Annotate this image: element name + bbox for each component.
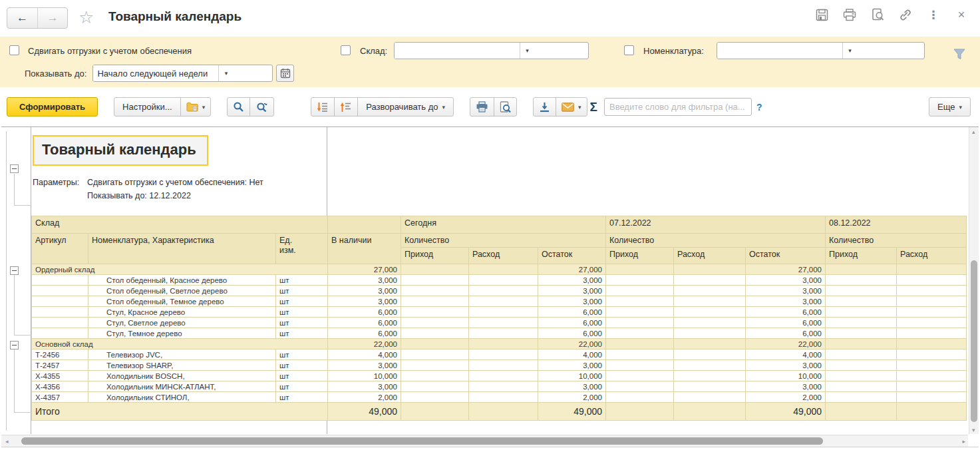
cell-unit[interactable]: шт (276, 381, 328, 392)
forward-button[interactable]: → (37, 8, 67, 28)
cell-value[interactable] (826, 360, 897, 371)
cell-value[interactable] (826, 318, 897, 328)
cell-value[interactable] (606, 264, 674, 275)
cell-value[interactable]: 27,000 (538, 264, 606, 275)
cell-in-stock[interactable]: 3,000 (328, 286, 401, 296)
cell-in-stock[interactable]: 3,000 (328, 275, 401, 286)
warehouse-dropdown-icon[interactable]: ▾ (520, 43, 534, 59)
cell-nomenclature[interactable]: Стул, Светлое дерево (88, 318, 276, 328)
cell-value[interactable]: 3,000 (746, 360, 826, 371)
cell-in-stock[interactable]: 6,000 (328, 328, 401, 339)
cell-value[interactable]: 3,000 (538, 286, 606, 296)
cell-value[interactable] (674, 286, 746, 296)
save-file-button[interactable] (533, 97, 556, 116)
cell-value[interactable] (469, 318, 538, 328)
cell-value[interactable] (606, 296, 674, 307)
cell-value[interactable] (674, 264, 746, 275)
cell-value[interactable]: 6,000 (746, 307, 826, 318)
cell-value[interactable] (469, 350, 538, 360)
cell-value[interactable] (674, 360, 746, 371)
cell-value[interactable] (469, 296, 538, 307)
cell-in-stock[interactable]: 3,000 (328, 360, 401, 371)
vertical-scroll-thumb[interactable] (971, 260, 977, 422)
cell-value[interactable]: 3,000 (746, 381, 826, 392)
cell-value[interactable] (606, 318, 674, 328)
cell-value[interactable] (897, 360, 967, 371)
shift-shipments-checkbox[interactable] (9, 45, 19, 55)
cell-nomenclature[interactable]: Стол обеденный, Светлое дерево (88, 286, 276, 296)
nomenclature-input[interactable] (717, 43, 842, 59)
cell-value[interactable] (401, 296, 469, 307)
report-variants-button[interactable]: ▾ (180, 97, 212, 116)
warehouse-checkbox[interactable] (341, 45, 351, 55)
cell-value[interactable] (826, 392, 897, 403)
cell-value[interactable] (674, 307, 746, 318)
back-button[interactable]: ← (7, 8, 37, 28)
cell-value[interactable] (897, 350, 967, 360)
print-report-button[interactable] (470, 97, 494, 116)
cell-article[interactable] (32, 318, 88, 328)
scroll-up-icon[interactable]: ▴ (972, 128, 975, 135)
close-icon[interactable]: × (955, 8, 968, 21)
print-preview-button[interactable] (494, 97, 517, 116)
cell-value[interactable] (897, 339, 967, 350)
cell-value[interactable] (469, 264, 538, 275)
cell-nomenclature[interactable]: Холодильник СТИНОЛ, (88, 392, 276, 403)
cell-in-stock[interactable]: 6,000 (328, 318, 401, 328)
cell-unit[interactable]: шт (276, 360, 328, 371)
cell-nomenclature[interactable]: Холодильник МИНСК-АТЛАНТ, (88, 381, 276, 392)
cell-value[interactable] (897, 307, 967, 318)
cell-value[interactable] (469, 371, 538, 381)
cell-value[interactable]: 6,000 (538, 318, 606, 328)
cell-value[interactable]: 10,000 (538, 371, 606, 381)
cell-value[interactable] (826, 286, 897, 296)
cell-value[interactable]: 2,000 (538, 392, 606, 403)
settings-button[interactable]: Настройки... (114, 97, 181, 116)
cell-unit[interactable]: шт (276, 392, 328, 403)
cell-total-in-stock[interactable]: 49,000 (328, 403, 401, 421)
cell-value[interactable] (469, 275, 538, 286)
cell-value[interactable] (674, 296, 746, 307)
help-icon[interactable]: ? (756, 102, 762, 113)
cell-value[interactable] (606, 360, 674, 371)
cell-value[interactable] (401, 318, 469, 328)
expand-groups-button[interactable] (311, 97, 335, 116)
cell-article[interactable]: Х-4357 (32, 392, 88, 403)
cell-in-stock[interactable]: 27,000 (328, 264, 401, 275)
cell-value[interactable] (606, 371, 674, 381)
cell-in-stock[interactable]: 3,000 (328, 381, 401, 392)
nomenclature-dropdown-icon[interactable]: ▾ (842, 43, 857, 59)
cell-group-name[interactable]: Основной склад (32, 339, 328, 350)
cell-in-stock[interactable]: 6,000 (328, 307, 401, 318)
cell-value[interactable] (897, 286, 967, 296)
scroll-right-icon[interactable]: ▸ (962, 438, 965, 445)
cell-unit[interactable]: шт (276, 296, 328, 307)
shift-shipments-label[interactable]: Сдвигать отгрузки с учетом обеспечения (28, 46, 192, 56)
cell-value[interactable] (826, 350, 897, 360)
search-button[interactable] (227, 97, 250, 116)
cell-value[interactable] (826, 381, 897, 392)
cell-unit[interactable]: шт (276, 350, 328, 360)
cell-value[interactable] (674, 371, 746, 381)
cell-value[interactable]: 6,000 (538, 328, 606, 339)
nomenclature-checkbox[interactable] (624, 45, 634, 55)
cell-value[interactable]: 10,000 (746, 371, 826, 381)
cell-value[interactable] (606, 328, 674, 339)
cell-value[interactable] (401, 371, 469, 381)
cell-value[interactable]: 3,000 (538, 296, 606, 307)
cell-value[interactable] (401, 392, 469, 403)
cell-value[interactable] (826, 339, 897, 350)
cell-unit[interactable]: шт (276, 286, 328, 296)
collapse-groups-button[interactable] (334, 97, 358, 116)
cell-value[interactable] (606, 392, 674, 403)
cell-value[interactable] (401, 275, 469, 286)
preview-icon[interactable] (871, 8, 884, 21)
cell-value[interactable]: 6,000 (746, 318, 826, 328)
warehouse-input[interactable] (395, 43, 520, 59)
horizontal-scrollbar[interactable]: ◂ ▸ (1, 435, 968, 447)
cell-article[interactable] (32, 275, 88, 286)
cell-value[interactable] (897, 392, 967, 403)
cell-value[interactable] (606, 286, 674, 296)
cell-value[interactable] (674, 328, 746, 339)
favorite-star-icon[interactable]: ☆ (79, 7, 94, 28)
